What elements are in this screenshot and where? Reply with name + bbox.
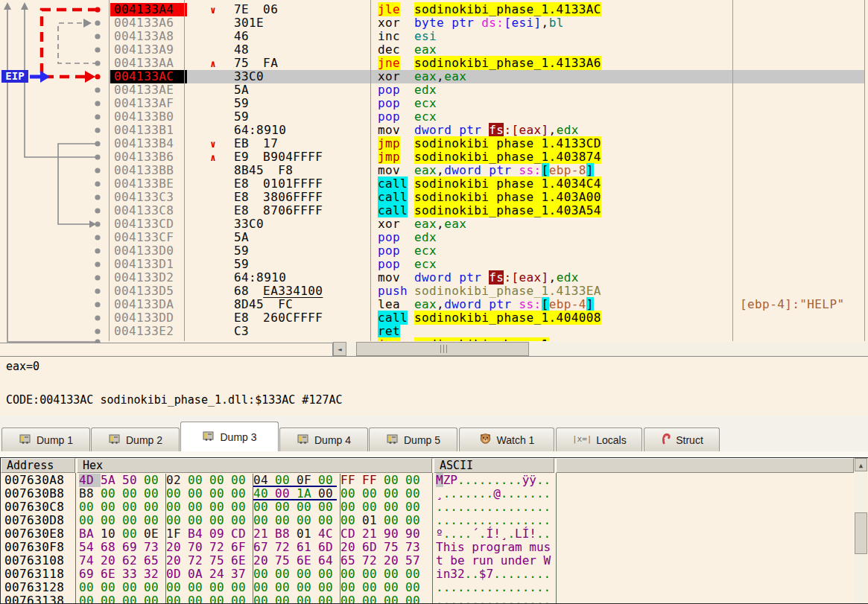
operands: edx [414, 83, 437, 97]
instruction-address: 004133E2 [110, 325, 187, 338]
instruction-address: 004133D0 [110, 244, 187, 258]
mnemonic: jle [378, 3, 400, 16]
disasm-row[interactable]: 004133BEE8 0101FFFFcallsodinokibi_phase_… [0, 177, 868, 191]
instruction-address: 004133CD [110, 217, 187, 231]
disasm-row[interactable]: 004133AF59popecx [0, 97, 868, 110]
dump-row[interactable]: 007630E8BA10000E1FB409CD21B8014CCD219090… [0, 527, 854, 541]
dump-row[interactable]: 007630F8546869732070726F6772616D206D7573… [0, 541, 854, 554]
tab-dump-4[interactable]: Dump 4 [279, 427, 368, 451]
disasm-row[interactable]: 004133DA8D45 FCleaeax,dword ptr ss:[ebp-… [0, 298, 868, 311]
mnemonic: jmp [378, 137, 400, 150]
info-pane: eax=0 CODE:004133AC sodinokibi_phase_1.d… [0, 357, 868, 416]
disasm-row[interactable]: 004133A948deceax [0, 43, 868, 57]
instruction-address: 004133D5 [110, 284, 187, 298]
disasm-row[interactable]: 004133D264:8910movdword ptr fs:[eax],edx [0, 271, 868, 284]
disasm-row[interactable]: 004133C3E8 3806FFFFcallsodinokibi_phase_… [0, 191, 868, 204]
disasm-row[interactable]: 004133AE5Apopedx [0, 83, 868, 97]
tab-dump-1[interactable]: Dump 1 [1, 427, 90, 451]
dump-row[interactable]: 0076312800000000000000000000000000000000… [0, 581, 854, 594]
instruction-bytes: E8 260CFFFF [234, 311, 323, 325]
tab-dump-2[interactable]: Dump 2 [91, 427, 180, 451]
instruction-address: 004133D2 [110, 271, 187, 284]
disasm-row[interactable]: 004133A6301Exorbyte ptr ds:[esi],bl [0, 16, 868, 30]
hscroll-thumb[interactable] [356, 342, 529, 356]
dump-row[interactable]: 00763118696E33320D0A24370000000000000000… [0, 568, 854, 581]
mnemonic: jne [378, 57, 400, 70]
mnemonic: dec [378, 43, 400, 57]
instruction-address: 004133AE [110, 83, 187, 97]
jump-down-icon: ∨ [210, 138, 222, 151]
column-separator [432, 473, 433, 604]
instruction-address: 004133B4 [110, 137, 187, 150]
instruction-bytes: 68 EA334100 [234, 284, 323, 298]
tab-dump-3[interactable]: Dump 3 [180, 422, 279, 451]
mnemonic: pop [378, 231, 400, 244]
disasm-row[interactable]: 004133E2C3ret [0, 325, 868, 338]
column-separator [864, 0, 865, 341]
operands: eax,dword ptr ss:[ebp-4] [414, 298, 594, 311]
operands: sodinokibi_phase_1.403A54 [414, 204, 601, 217]
disasm-row[interactable]: 004133BB8B45 F8moveax,dword ptr ss:[ebp-… [0, 164, 868, 177]
disasm-row[interactable]: 004133DDE8 260CFFFFcallsodinokibi_phase_… [0, 311, 868, 325]
disasm-row[interactable]: 004133B059popecx [0, 110, 868, 124]
disasm-row[interactable]: 004133D059popecx [0, 244, 868, 258]
dump-icon [297, 433, 309, 447]
tab-locals[interactable]: |x=|Locals [556, 427, 642, 451]
instruction-bytes: 5A [234, 83, 249, 97]
disasm-row[interactable]: 004133CF5Apopedx [0, 231, 868, 244]
mnemonic: pop [378, 258, 400, 271]
locals-icon: |x=| [571, 433, 591, 447]
dump-header-hex: Hex [77, 458, 432, 473]
disasm-row[interactable]: 004133CD33C0xoreax,eax [0, 217, 868, 231]
dump-hex-bytes: 00000000000000000000000000000000 [79, 500, 428, 514]
vscroll-thumb[interactable] [855, 512, 867, 554]
disasm-row[interactable]: 004133A4∨7E 06jlesodinokibi_phase_1.4133… [0, 3, 868, 16]
disasm-row[interactable]: 004133A846incesi [0, 30, 868, 43]
disasm-row[interactable]: 004133D159popecx [0, 258, 868, 271]
dump-address: 007630B8 [4, 487, 64, 500]
disasm-hscrollbar[interactable]: ◄ [333, 342, 868, 356]
operands: sodinokibi_phase_1 [414, 338, 549, 341]
scroll-up-icon[interactable]: ▲ [855, 458, 867, 471]
disasm-row[interactable]: 004133C8E8 8706FFFFcallsodinokibi_phase_… [0, 204, 868, 217]
tab-watch-1[interactable]: Watch 1 [459, 427, 554, 451]
disasm-row[interactable]: 004133AA∧75 FAjnesodinokibi_phase_1.4133… [0, 57, 868, 70]
disasm-row[interactable]: 004133B4∨EB 17jmpsodinokibi_phase_1.4133… [0, 137, 868, 150]
tab-dump-5[interactable]: Dump 5 [369, 427, 457, 451]
column-separator [370, 0, 371, 341]
scroll-left-icon[interactable]: ◄ [333, 342, 346, 356]
register-hint: eax=0 [6, 360, 39, 373]
tab-struct[interactable]: Struct [644, 427, 720, 451]
instruction-bytes: 8B45 F8 [234, 164, 293, 177]
instruction-address: 004133A6 [110, 16, 187, 30]
mnemonic: call [378, 177, 408, 191]
dump-ascii: ................ [436, 581, 551, 594]
mnemonic: mov [378, 164, 400, 177]
dump-row[interactable]: 007630D800000000000000000000000000010000… [0, 514, 854, 527]
instruction-address: 004133B6 [110, 150, 187, 164]
operands: edx [414, 231, 437, 244]
column-separator [732, 0, 733, 341]
mnemonic: xor [378, 16, 400, 30]
tab-label: Watch 1 [497, 434, 535, 446]
struct-icon [660, 433, 671, 447]
dump-row[interactable]: 007630A84D5A50000200000004000F00FFFF0000… [0, 474, 854, 487]
disasm-row[interactable]: 004133AC33C0xoreax,eax [0, 70, 868, 83]
pane-border [0, 343, 332, 343]
dump-header-ascii: ASCII [434, 458, 554, 473]
dump-hex-bytes: BA10000E1FB409CD21B8014CCD219090 [79, 527, 428, 541]
dump-row[interactable]: 007630C800000000000000000000000000000000… [0, 500, 854, 514]
disasm-row[interactable]: 004133B6∧E9 B904FFFFjmpsodinokibi_phase_… [0, 150, 868, 164]
mnemonic: mov [378, 271, 400, 284]
dump-row[interactable]: 007630B8B80000000000000040001A0000000000… [0, 487, 854, 500]
dump-vscrollbar[interactable]: ▲ [855, 458, 867, 604]
disasm-row[interactable]: 004133D568 EA334100pushsodinokibi_phase_… [0, 284, 868, 298]
instruction-address: 004133C3 [110, 191, 187, 204]
dump-icon [19, 433, 31, 447]
column-separator [556, 473, 557, 604]
dump-hex-bytes: 546869732070726F6772616D206D7573 [79, 541, 428, 554]
disasm-row[interactable]: jmpsodinokibi_phase_1 [0, 338, 868, 341]
dump-row[interactable]: 00763108742062652072756E20756E6465722057… [0, 554, 854, 568]
mnemonic: pop [378, 97, 400, 110]
disasm-row[interactable]: 004133B164:8910movdword ptr fs:[eax],edx [0, 124, 868, 137]
